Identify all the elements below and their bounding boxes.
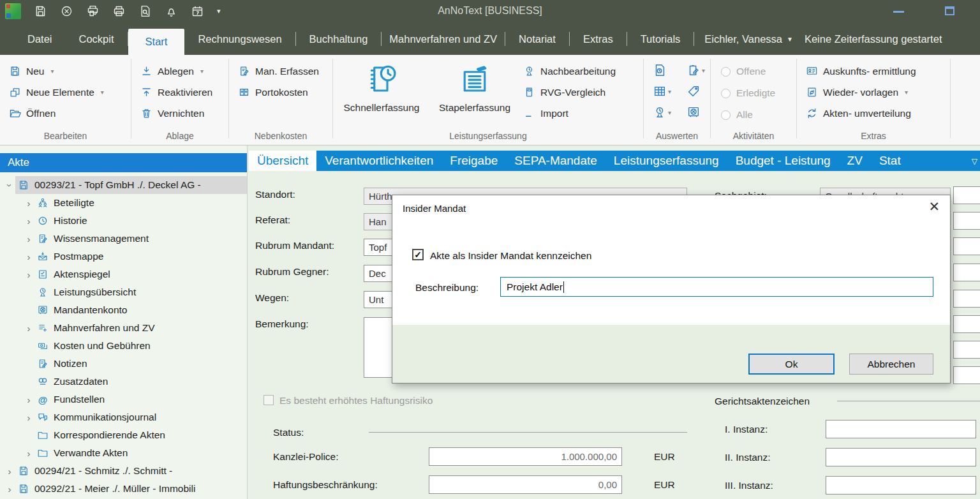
tab-verantwortlichkeiten[interactable]: Verantwortlichkeiten — [316, 151, 442, 171]
instanz2-field[interactable] — [826, 448, 976, 466]
expander-icon[interactable]: › — [23, 412, 34, 423]
tree-item-case-00294[interactable]: ›00294/21 - Schmitz ./. Schmitt - — [0, 462, 247, 480]
tree-item-historie[interactable]: ›Historie — [0, 212, 247, 230]
user-menu[interactable]: Eichler, Vanessa▼ — [694, 33, 799, 45]
man-erfassen-button[interactable]: Man. Erfassen — [229, 61, 332, 82]
expander-icon[interactable]: › — [23, 394, 34, 405]
print-check-icon[interactable] — [86, 4, 100, 18]
tree-item-notizen[interactable]: Notizen — [0, 355, 247, 373]
quick-access-more-icon[interactable]: ▾ — [217, 7, 221, 15]
tree-item-fundstellen[interactable]: ›@Fundstellen — [0, 391, 247, 408]
auskunftsermittlung-button[interactable]: Auskunfts- ermittlung — [797, 61, 950, 82]
portokosten-button[interactable]: Portokosten — [229, 82, 332, 103]
tree-item-postmappe[interactable]: ›Postmappe — [0, 248, 247, 265]
neu-button[interactable]: Neu▾ — [0, 61, 131, 82]
vernichten-button[interactable]: Vernichten — [131, 103, 228, 124]
tab-budget-leistung[interactable]: Budget - Leistung — [727, 151, 839, 171]
nachbearbeitung-button[interactable]: Nachbearbeitung — [519, 61, 643, 82]
menu-tab-notariat[interactable]: Notariat — [505, 33, 569, 45]
close-icon[interactable]: ✕ — [928, 200, 940, 213]
app-logo-icon[interactable] — [5, 3, 21, 19]
abbrechen-button[interactable]: Abbrechen — [849, 354, 933, 375]
instanz3-field[interactable] — [826, 476, 976, 495]
menu-tab-datei[interactable]: Datei — [14, 33, 66, 45]
clipped-field[interactable] — [953, 237, 980, 255]
schnellerfassung-button[interactable]: Schnellerfassung — [333, 61, 430, 124]
tree-item-kosten[interactable]: Kosten und Gebühren — [0, 337, 247, 355]
clipped-field[interactable] — [953, 212, 980, 230]
tree-item-case-00292[interactable]: ›00292/21 - Meier ./. Müller - Immobili — [0, 480, 247, 498]
expander-icon[interactable]: › — [23, 251, 34, 262]
tree-item-aktenspiegel[interactable]: ›Aktenspiegel — [0, 265, 247, 283]
haftungsrisiko-checkbox[interactable] — [264, 395, 274, 405]
tab-leistungserfassung[interactable]: Leistungserfassung — [605, 151, 727, 171]
clipped-field[interactable] — [953, 186, 980, 204]
menu-tab-tutorials[interactable]: Tutorials — [627, 33, 694, 45]
clipboard-edit-button[interactable]: ▾ — [687, 63, 710, 77]
menu-tab-extras[interactable]: Extras — [570, 33, 627, 45]
ok-button[interactable]: Ok — [748, 354, 835, 375]
time-stand-button[interactable]: ▾ — [653, 105, 676, 119]
tree-item-korrespondierende-akten[interactable]: Korrespondierende Akten — [0, 426, 247, 444]
tab-overflow-icon[interactable]: ▽ — [972, 157, 977, 166]
calendar-icon[interactable] — [191, 4, 204, 18]
maximize-button[interactable] — [945, 6, 954, 15]
report-clock-button[interactable] — [653, 63, 676, 77]
tree-item-zusatzdaten[interactable]: Zusatzdaten — [0, 373, 247, 391]
menu-tab-start[interactable]: Start — [128, 29, 185, 55]
tree-item-mandantenkonto[interactable]: Mandantenkonto — [0, 301, 247, 319]
tree-item-verwandte-akten[interactable]: ›Verwandte Akten — [0, 444, 247, 462]
instanz1-field[interactable] — [826, 420, 976, 438]
menu-tab-rechnungswesen[interactable]: Rechnungswesen — [184, 33, 295, 45]
neue-elemente-button[interactable]: Neue Elemente▾ — [0, 82, 131, 103]
notifications-icon[interactable] — [165, 4, 178, 18]
expander-icon[interactable]: › — [23, 216, 34, 227]
tree-item-leistungsuebersicht[interactable]: Leistungsübersicht — [0, 283, 247, 301]
clipped-field[interactable] — [953, 264, 980, 281]
clipped-field[interactable] — [953, 290, 980, 308]
expander-icon[interactable]: › — [4, 484, 15, 495]
menu-tab-mahnverfahren[interactable]: Mahnverfahren und ZV — [382, 33, 505, 45]
expander-icon[interactable]: › — [23, 234, 34, 244]
haftungsbeschraenkung-field[interactable]: 0,00 — [429, 475, 622, 494]
tree-item-wissensmanagement[interactable]: ›Wissensmanagement — [0, 230, 247, 248]
tag-button[interactable] — [687, 84, 710, 98]
expander-icon[interactable]: › — [23, 448, 34, 459]
tree-item-beteiligte[interactable]: ›Beteiligte — [0, 194, 247, 212]
menu-tab-buchhaltung[interactable]: Buchhaltung — [296, 33, 382, 45]
expander-icon[interactable]: › — [4, 179, 15, 191]
minimize-button[interactable] — [893, 11, 904, 13]
safe-button[interactable] — [687, 105, 710, 119]
menu-tab-cockpit[interactable]: Cockpit — [66, 33, 128, 45]
tab-stat[interactable]: Stat — [871, 151, 909, 171]
tab-freigabe[interactable]: Freigabe — [442, 151, 506, 171]
document-search-icon[interactable] — [138, 4, 152, 18]
clipped-field[interactable] — [953, 315, 980, 333]
oeffnen-button[interactable]: Öffnen — [0, 103, 131, 124]
expander-icon[interactable]: › — [23, 198, 34, 209]
tree-item-mahnverfahren[interactable]: ›Mahnverfahren und ZV — [0, 319, 247, 337]
tab-uebersicht[interactable]: Übersicht — [249, 151, 316, 171]
ablegen-button[interactable]: Ablegen▾ — [131, 61, 228, 82]
stapelerfassung-button[interactable]: Stapelerfassung — [430, 61, 519, 124]
rvg-vergleich-button[interactable]: RVG-Vergleich — [519, 82, 643, 103]
table-button[interactable]: ▾ — [653, 84, 676, 98]
tree-item-case-00293[interactable]: ›00293/21 - Topf GmbH ./. Deckel AG - — [0, 176, 247, 194]
reaktivieren-button[interactable]: Reaktivieren — [131, 82, 228, 103]
insider-mandat-checkbox[interactable]: ✓ — [412, 249, 424, 260]
tree-item-kommunikationsjournal[interactable]: ›Kommunikationsjournal — [0, 408, 247, 426]
save-icon[interactable] — [34, 4, 47, 18]
import-button[interactable]: Import — [519, 103, 643, 124]
expander-icon[interactable]: › — [23, 323, 34, 334]
kanzlei-police-field[interactable]: 1.000.000,00 — [429, 447, 622, 466]
time-tracking-status[interactable]: Keine Zeiterfassung gestartet — [799, 33, 942, 45]
aktenumverteilung-button[interactable]: Akten- umverteilung — [797, 103, 950, 124]
expander-icon[interactable]: › — [4, 466, 15, 477]
print-icon[interactable] — [112, 4, 126, 18]
expander-icon[interactable]: › — [23, 269, 34, 280]
close-circle-icon[interactable] — [60, 4, 73, 18]
wiedervorlagen-button[interactable]: Wieder- vorlagen▾ — [797, 82, 950, 103]
tab-sepa-mandate[interactable]: SEPA-Mandate — [506, 151, 605, 171]
tab-zv[interactable]: ZV — [839, 151, 871, 171]
clipped-field[interactable] — [953, 341, 980, 359]
